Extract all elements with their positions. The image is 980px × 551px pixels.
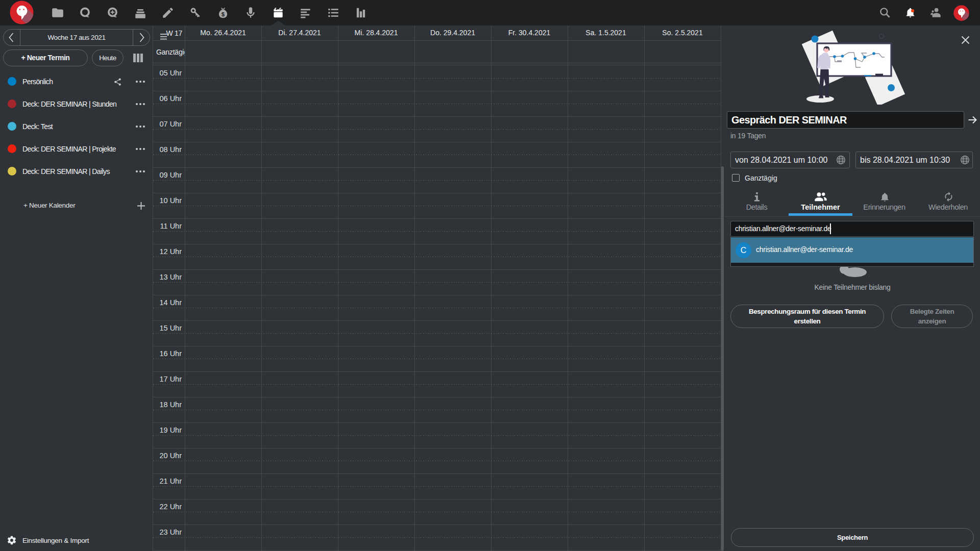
svg-text:$: $: [222, 11, 225, 17]
